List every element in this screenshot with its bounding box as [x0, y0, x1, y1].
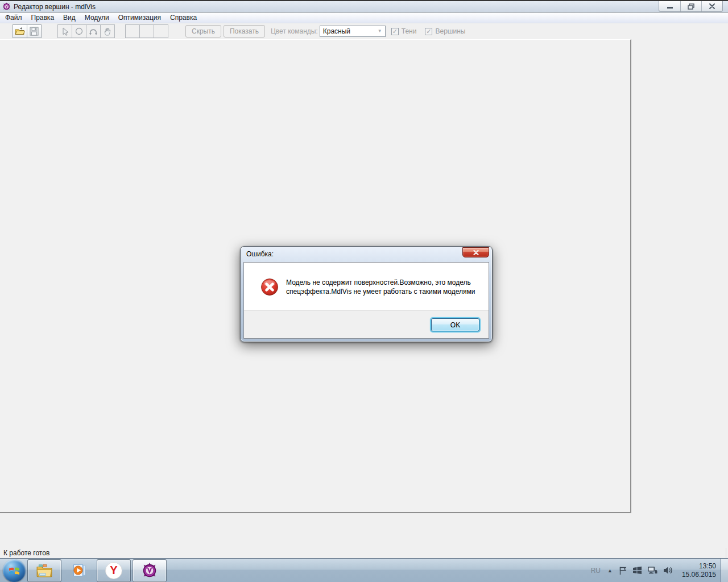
save-file-button[interactable] [27, 24, 42, 38]
check-icon: ✓ [392, 28, 398, 35]
show-desktop-button[interactable] [721, 559, 728, 582]
volume-icon[interactable] [663, 566, 673, 575]
menu-view[interactable]: Вид [59, 13, 80, 23]
ok-button[interactable]: OK [431, 318, 479, 331]
dialog-content: Модель не содержит поверхностей.Возможно… [243, 262, 489, 339]
media-player-icon [71, 563, 87, 579]
shadows-label: Тени [402, 27, 417, 35]
language-indicator[interactable]: RU [591, 567, 601, 575]
mdlvis-logo-icon [2, 2, 11, 11]
taskbar: Y RU ▲ [0, 558, 728, 582]
menu-file[interactable]: Файл [1, 13, 26, 23]
dialog-footer: OK [244, 310, 489, 338]
open-file-button[interactable] [13, 24, 27, 38]
menubar: Файл Правка Вид Модули Оптимизация Справ… [0, 13, 728, 23]
menu-help[interactable]: Справка [166, 13, 201, 23]
minimize-button[interactable] [659, 1, 680, 11]
explorer-folder-icon [36, 563, 53, 578]
error-icon [260, 278, 279, 296]
chevron-down-icon: ▼ [378, 29, 382, 34]
clock-time: 13:50 [682, 562, 716, 571]
close-icon [709, 3, 715, 9]
restore-icon [688, 3, 694, 10]
empty-tool-button-1[interactable] [125, 24, 140, 38]
status-text: К работе готов [3, 549, 49, 557]
rotate-icon [89, 27, 98, 36]
empty-tool-button-3[interactable] [154, 24, 168, 38]
taskbar-item-yandex-browser[interactable]: Y [97, 559, 131, 582]
windows-flag-icon [8, 565, 20, 576]
close-icon [473, 250, 479, 255]
window-controls [659, 1, 723, 12]
minimize-icon [667, 7, 673, 9]
taskbar-item-explorer[interactable] [27, 559, 61, 582]
menu-edit[interactable]: Правка [27, 13, 59, 23]
circle-icon [75, 27, 83, 35]
circle-select-tool-button[interactable] [72, 24, 86, 38]
rotate-tool-button[interactable] [86, 24, 101, 38]
dialog-close-button[interactable] [462, 247, 489, 257]
menu-optimization[interactable]: Оптимизация [114, 13, 165, 23]
action-center-flag-icon[interactable] [619, 566, 627, 575]
hand-icon [104, 27, 111, 36]
team-color-value: Красный [323, 27, 350, 35]
mdlvis-logo-icon [141, 562, 158, 579]
start-button[interactable] [3, 559, 26, 582]
team-color-label: Цвет команды: [271, 27, 318, 35]
empty-tool-button-2[interactable] [139, 24, 154, 38]
vertices-checkbox[interactable]: ✓ [425, 28, 432, 35]
show-button[interactable]: Показать [224, 25, 265, 38]
network-icon[interactable] [647, 566, 658, 575]
taskbar-item-media-player[interactable] [63, 559, 95, 582]
statusbar: К работе готов [0, 548, 728, 558]
check-icon: ✓ [426, 28, 431, 35]
get-windows10-icon[interactable] [632, 566, 642, 575]
yandex-browser-icon: Y [105, 562, 122, 579]
statusbar-grip [726, 548, 728, 558]
error-dialog: Ошибка: Модель не содержит [240, 246, 493, 342]
system-tray: RU ▲ [591, 559, 728, 582]
window-title: Редактор вершин - mdlVis [14, 3, 96, 11]
error-message: Модель не содержит поверхностей.Возможно… [286, 278, 479, 296]
open-folder-icon [15, 27, 25, 35]
team-color-dropdown[interactable]: Красный ▼ [320, 26, 386, 37]
clock[interactable]: 13:50 15.06.2015 [682, 562, 716, 579]
hidden-icons-button[interactable]: ▲ [607, 568, 613, 573]
pan-tool-button[interactable] [100, 24, 115, 38]
hide-button[interactable]: Скрыть [185, 25, 221, 38]
vertices-label: Вершины [435, 27, 465, 35]
menu-modules[interactable]: Модули [81, 13, 113, 23]
titlebar: Редактор вершин - mdlVis [0, 0, 728, 13]
dialog-title: Ошибка: [246, 250, 274, 258]
toolbar: Скрыть Показать Цвет команды: Красный ▼ … [0, 23, 728, 39]
taskbar-item-mdlvis[interactable] [133, 559, 167, 582]
cursor-arrow-icon [61, 27, 69, 36]
close-button[interactable] [701, 1, 722, 11]
shadows-checkbox[interactable]: ✓ [391, 28, 399, 35]
clock-date: 15.06.2015 [682, 571, 716, 579]
restore-button[interactable] [680, 1, 701, 11]
save-disk-icon [30, 27, 39, 36]
select-tool-button[interactable] [57, 24, 72, 38]
